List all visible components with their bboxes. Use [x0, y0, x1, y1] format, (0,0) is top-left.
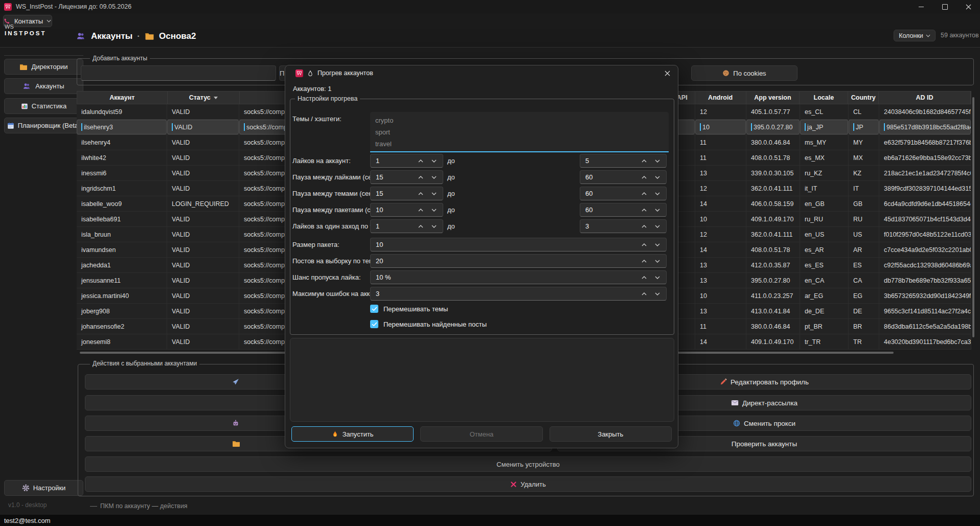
- cell-android[interactable]: 12: [695, 181, 746, 196]
- spin-up-icon[interactable]: [642, 276, 647, 279]
- cell-app-version[interactable]: 411.0.0.23.257: [746, 288, 800, 303]
- spinbox-single-4[interactable]: 3: [370, 287, 667, 301]
- vertical-scrollbar[interactable]: [972, 97, 974, 337]
- cell-status[interactable]: VALID: [167, 212, 239, 226]
- cell-status[interactable]: VALID: [167, 273, 239, 288]
- cell-app-version[interactable]: 409.1.0.49.170: [746, 212, 800, 226]
- spin-up-icon[interactable]: [418, 225, 423, 228]
- dialog-close-button[interactable]: [656, 65, 678, 81]
- cell-country[interactable]: BR: [849, 319, 879, 334]
- cell-android[interactable]: 11: [695, 150, 746, 165]
- cell-country[interactable]: JP: [849, 120, 879, 134]
- cell-country[interactable]: AR: [849, 242, 879, 257]
- cell-ad-id[interactable]: c7cce434a9d2e5f032c2201ab04d: [879, 242, 971, 257]
- cell-country[interactable]: CL: [849, 104, 879, 119]
- cell-android[interactable]: 12: [695, 227, 746, 242]
- cell-app-version[interactable]: 408.0.0.51.78: [746, 150, 800, 165]
- cell-app-version[interactable]: 409.1.0.49.170: [746, 334, 800, 349]
- spinbox-from-4[interactable]: 10: [370, 203, 443, 217]
- cell-locale[interactable]: en_GB: [800, 196, 849, 211]
- column-header-Аккаунт[interactable]: Аккаунт: [77, 92, 168, 104]
- cell-ad-id[interactable]: eb6a71626e9bba158e92cc73bc61: [879, 150, 971, 165]
- cell-account[interactable]: ilsehenry4: [77, 135, 167, 150]
- cell-locale[interactable]: ru_KZ: [800, 166, 849, 180]
- cell-app-version[interactable]: 362.0.0.41.111: [746, 227, 800, 242]
- cell-locale[interactable]: ar_EG: [800, 288, 849, 303]
- cell-android[interactable]: 14: [695, 242, 746, 257]
- sidebar-item-folder[interactable]: Директории: [4, 59, 83, 75]
- sidebar-item-people[interactable]: Аккаунты: [4, 78, 83, 94]
- spin-down-icon[interactable]: [431, 159, 437, 163]
- spin-up-icon[interactable]: [642, 260, 647, 263]
- cell-account[interactable]: idalundqvist59: [77, 104, 167, 119]
- spin-down-icon[interactable]: [655, 176, 660, 179]
- cell-app-version[interactable]: 406.0.0.58.159: [746, 196, 800, 211]
- checkbox-checked-icon[interactable]: [370, 305, 378, 313]
- cell-android[interactable]: 11: [695, 135, 746, 150]
- close-dialog-button[interactable]: Закрыть: [550, 426, 672, 442]
- cell-status[interactable]: VALID: [167, 288, 239, 303]
- cell-android[interactable]: 13: [695, 304, 746, 318]
- spin-down-icon[interactable]: [655, 260, 660, 263]
- spinbox-from-5[interactable]: 1: [370, 219, 443, 233]
- spin-down-icon[interactable]: [655, 159, 660, 163]
- cell-account[interactable]: isabelleba691: [77, 212, 167, 226]
- cell-status[interactable]: VALID: [167, 319, 239, 334]
- topics-textarea[interactable]: crypto sport travel: [370, 112, 669, 152]
- cell-account[interactable]: isabelle_woo9: [77, 196, 167, 211]
- cell-ad-id[interactable]: 45d1837065071b4cf1543d3d4e98: [879, 212, 971, 226]
- cell-ad-id[interactable]: 6cd4a9cdfd9d6e1db44518654cc7: [879, 196, 971, 211]
- cell-ad-id[interactable]: c92f55acdc132938d60486b69a0d: [879, 258, 971, 272]
- cell-account[interactable]: jachedda1: [77, 258, 167, 272]
- spinbox-to-4[interactable]: 60: [580, 203, 667, 217]
- spin-down-icon[interactable]: [655, 292, 660, 295]
- spin-down-icon[interactable]: [431, 209, 437, 212]
- cell-locale[interactable]: es_CL: [800, 104, 849, 119]
- spinbox-single-2[interactable]: 20: [370, 254, 667, 268]
- cell-country[interactable]: RU: [849, 212, 879, 226]
- cell-country[interactable]: ES: [849, 258, 879, 272]
- cell-country[interactable]: CA: [849, 273, 879, 288]
- spin-down-icon[interactable]: [655, 192, 660, 195]
- cell-locale[interactable]: de_DE: [800, 304, 849, 318]
- spin-up-icon[interactable]: [642, 243, 647, 246]
- cell-app-version[interactable]: 405.1.0.57.77: [746, 104, 800, 119]
- columns-button[interactable]: Колонки: [894, 30, 936, 41]
- cell-android[interactable]: 13: [695, 258, 746, 272]
- spin-up-icon[interactable]: [642, 209, 647, 212]
- cell-account[interactable]: ilwhite42: [77, 150, 167, 165]
- cell-country[interactable]: IT: [849, 181, 879, 196]
- column-header-AD ID[interactable]: AD ID: [879, 92, 971, 104]
- cell-ad-id[interactable]: db778b7be689e7bb32f933a65e01: [879, 273, 971, 288]
- cell-android[interactable]: 12: [695, 104, 746, 119]
- cell-ad-id[interactable]: f010f2957d0c48b5122e11cd03f51: [879, 227, 971, 242]
- cell-status[interactable]: VALID: [167, 104, 239, 119]
- cell-account[interactable]: johansensofie2: [77, 319, 167, 334]
- spinbox-to-3[interactable]: 60: [580, 187, 667, 200]
- cell-account[interactable]: inessmi6: [77, 166, 167, 180]
- spinbox-from-3[interactable]: 15: [370, 187, 443, 200]
- cell-account[interactable]: joberg908: [77, 304, 167, 318]
- sidebar-item-calendar[interactable]: Планировщик (Beta): [4, 118, 83, 133]
- column-header-Статус[interactable]: Статус: [168, 92, 240, 104]
- cell-ad-id[interactable]: 9655c3cf141d85114ac27f2a4cb25: [879, 304, 971, 318]
- cell-app-version[interactable]: 380.0.0.46.84: [746, 135, 800, 150]
- spin-down-icon[interactable]: [655, 243, 660, 246]
- cell-app-version[interactable]: 380.0.0.46.84: [746, 319, 800, 334]
- spin-up-icon[interactable]: [642, 292, 647, 295]
- spinbox-single-3[interactable]: 10 %: [370, 270, 667, 284]
- spinbox-from-2[interactable]: 15: [370, 170, 443, 184]
- spin-up-icon[interactable]: [642, 192, 647, 195]
- cell-locale[interactable]: es_MX: [800, 150, 849, 165]
- cell-locale[interactable]: es_AR: [800, 242, 849, 257]
- cell-account[interactable]: isla_bruun: [77, 227, 167, 242]
- spin-down-icon[interactable]: [431, 225, 437, 228]
- cell-ad-id[interactable]: 4e3020bd3901117bed6bc7ca31ff: [879, 334, 971, 349]
- cell-account[interactable]: ilsehenry3: [77, 120, 167, 134]
- cell-locale[interactable]: pt_BR: [800, 319, 849, 334]
- spin-up-icon[interactable]: [418, 209, 423, 212]
- spinbox-from-1[interactable]: 1: [370, 154, 443, 168]
- cell-ad-id[interactable]: 86d3dba6112c5e5a2a5da198bad: [879, 319, 971, 334]
- by-cookies-button[interactable]: По cookies: [691, 65, 797, 81]
- cell-country[interactable]: GB: [849, 196, 879, 211]
